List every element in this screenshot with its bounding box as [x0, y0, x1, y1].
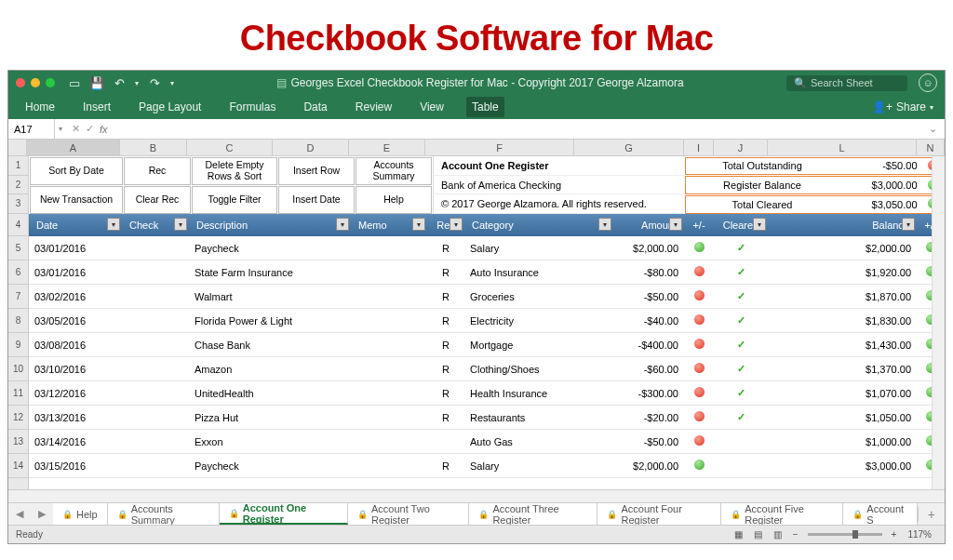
cell-sign[interactable]	[684, 387, 714, 399]
table-row[interactable]: 03/05/2016Florida Power & LightRElectric…	[29, 309, 945, 333]
cell-rec[interactable]: R	[427, 291, 464, 302]
cell-amount[interactable]: -$60.00	[613, 364, 684, 375]
column-header-cleared[interactable]: Cleared▾	[714, 214, 768, 236]
cell-rec[interactable]: R	[427, 315, 464, 327]
cell-amount[interactable]: -$50.00	[613, 291, 684, 302]
sheet-tab-help[interactable]: 🔒Help	[53, 503, 108, 525]
cell-balance[interactable]: $1,000.00	[768, 436, 917, 447]
cell-amount[interactable]: $2,000.00	[613, 460, 684, 472]
sheet-tab-account-four-register[interactable]: 🔒Account Four Register	[597, 503, 721, 525]
ribbon-tab-data[interactable]: Data	[298, 97, 332, 117]
cell-sign[interactable]	[684, 314, 714, 327]
row-header-10[interactable]: 10	[8, 357, 28, 381]
cell-amount[interactable]: -$20.00	[613, 412, 684, 423]
filter-dropdown-icon[interactable]: ▾	[450, 218, 463, 231]
row-header-4[interactable]: 4	[8, 214, 28, 236]
column-header-memo[interactable]: Memo▾	[351, 214, 427, 236]
filter-dropdown-icon[interactable]: ▾	[598, 218, 611, 231]
cell-balance[interactable]: $1,870.00	[768, 291, 917, 302]
cell-cleared[interactable]: ✓	[714, 339, 768, 351]
horizontal-scrollbar[interactable]	[8, 489, 945, 502]
cell-date[interactable]: 03/14/2016	[29, 436, 122, 447]
row-header-9[interactable]: 9	[8, 333, 28, 357]
cell-cleared[interactable]: ✓	[714, 314, 768, 327]
cell-description[interactable]: Florida Power & Light	[189, 315, 351, 327]
cell-date[interactable]: 03/13/2016	[29, 412, 122, 423]
table-row[interactable]: 03/14/2016ExxonAuto Gas-$50.00$1,000.00	[29, 430, 945, 454]
cell-description[interactable]: Walmart	[189, 291, 351, 302]
column-header-description[interactable]: Description▾	[189, 214, 351, 236]
maximize-icon[interactable]	[46, 78, 55, 87]
redo-dropdown-icon[interactable]: ▾	[170, 79, 174, 87]
ribbon-tab-page-layout[interactable]: Page Layout	[133, 97, 207, 117]
table-row[interactable]: 03/01/2016State Farm InsuranceRAuto Insu…	[29, 260, 945, 285]
cell-amount[interactable]: $2,000.00	[613, 243, 684, 254]
cell-category[interactable]: Salary	[464, 243, 613, 254]
table-row[interactable]: 03/12/2016UnitedHealthRHealth Insurance-…	[29, 381, 945, 406]
redo-icon[interactable]: ↷	[148, 76, 161, 89]
column-header-date[interactable]: Date▾	[29, 214, 122, 236]
ribbon-tab-table[interactable]: Table	[466, 97, 504, 117]
col-header-G[interactable]: G	[574, 140, 684, 155]
row-header-1[interactable]: 1	[8, 156, 28, 176]
row-header-8[interactable]: 8	[8, 309, 28, 333]
cell-cleared[interactable]: ✓	[714, 290, 768, 302]
table-row[interactable]: 03/01/2016PaycheckRSalary$2,000.00✓$2,00…	[29, 236, 945, 260]
user-icon[interactable]: ☺	[919, 73, 937, 92]
cell-sign[interactable]	[684, 266, 714, 278]
table-row[interactable]: 03/13/2016Pizza HutRRestaurants-$20.00✓$…	[29, 406, 945, 430]
tab-nav-prev-icon[interactable]: ◀	[8, 508, 31, 520]
accounts-summary-button[interactable]: Accounts Summary	[356, 157, 432, 185]
vertical-scrollbar[interactable]	[932, 156, 945, 489]
cell-date[interactable]: 03/01/2016	[29, 243, 122, 254]
cell-rec[interactable]: R	[427, 412, 464, 423]
col-header-A[interactable]: A	[27, 140, 120, 155]
cell-rec[interactable]: R	[427, 340, 464, 351]
cell-balance[interactable]: $1,920.00	[768, 267, 917, 278]
cell-balance[interactable]: $1,370.00	[768, 364, 917, 375]
sheet-tab-account-two-register[interactable]: 🔒Account Two Register	[348, 503, 469, 525]
cancel-formula-icon[interactable]: ✕	[72, 123, 80, 135]
cell-rec[interactable]: R	[427, 460, 464, 472]
ribbon-tab-insert[interactable]: Insert	[77, 97, 116, 117]
cell-category[interactable]: Auto Insurance	[464, 267, 613, 278]
sheet-tab-accounts-summary[interactable]: 🔒Accounts Summary	[108, 503, 220, 525]
new-transaction-button[interactable]: New Transaction	[30, 186, 123, 214]
minimize-icon[interactable]	[31, 78, 40, 87]
cell-category[interactable]: Groceries	[464, 291, 613, 302]
zoom-out-icon[interactable]: −	[787, 529, 804, 540]
cell-description[interactable]: Paycheck	[189, 243, 351, 254]
share-button[interactable]: 👤+ Share ▾	[872, 100, 933, 113]
cell-cleared[interactable]: ✓	[714, 411, 768, 423]
zoom-in-icon[interactable]: +	[886, 529, 903, 540]
cell-date[interactable]: 03/15/2016	[29, 460, 122, 472]
cell-category[interactable]: Auto Gas	[464, 436, 613, 447]
row-header-3[interactable]: 3	[8, 194, 28, 214]
cell-balance[interactable]: $2,000.00	[768, 243, 917, 254]
ribbon-tab-review[interactable]: Review	[350, 97, 397, 117]
save-icon[interactable]: 💾	[90, 76, 103, 89]
cell-date[interactable]: 03/02/2016	[29, 291, 122, 302]
cell-sign[interactable]	[684, 339, 714, 351]
table-row[interactable]: 03/10/2016AmazonRClothing/Shoes-$60.00✓$…	[29, 357, 945, 381]
collapse-formula-icon[interactable]: ⌄	[921, 123, 945, 135]
row-header-14[interactable]: 14	[8, 454, 28, 478]
undo-icon[interactable]: ↶	[113, 76, 126, 89]
cell-date[interactable]: 03/10/2016	[29, 364, 122, 375]
row-header-2[interactable]: 2	[8, 176, 28, 195]
table-row[interactable]: 03/15/2016PaycheckRSalary$2,000.00$3,000…	[29, 454, 945, 478]
name-box-dropdown-icon[interactable]: ▾	[55, 125, 66, 133]
cell-sign[interactable]	[684, 363, 714, 375]
zoom-slider[interactable]	[808, 533, 882, 536]
toggle-filter-button[interactable]: Toggle Filter	[192, 186, 277, 214]
cell-date[interactable]: 03/12/2016	[29, 388, 122, 399]
view-break-icon[interactable]: ▥	[768, 529, 787, 540]
row-header-13[interactable]: 13	[8, 430, 28, 454]
cell-date[interactable]: 03/01/2016	[29, 267, 122, 278]
cell-description[interactable]: UnitedHealth	[189, 388, 351, 399]
column-header-check[interactable]: Check▾	[122, 214, 189, 236]
cell-amount[interactable]: -$80.00	[613, 267, 684, 278]
ribbon-tab-home[interactable]: Home	[20, 97, 60, 117]
cell-category[interactable]: Electricity	[464, 315, 613, 327]
delete-empty-button[interactable]: Delete Empty Rows & Sort	[192, 157, 277, 185]
